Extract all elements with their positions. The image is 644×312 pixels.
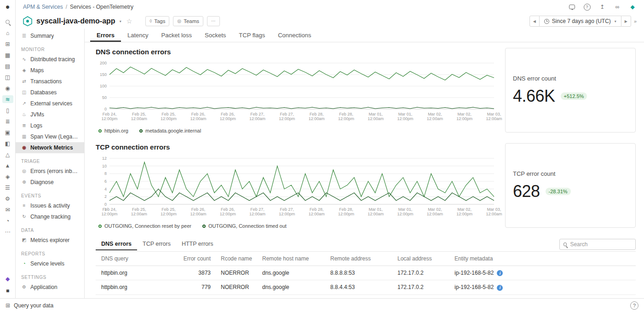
sidebar-item-summary[interactable]: ☰Summary: [16, 30, 84, 41]
copy-link-icon[interactable]: ∞: [613, 3, 621, 11]
sidebar: ☰SummaryMONITOR∿Distributed tracing◈Maps…: [16, 29, 85, 298]
home-icon[interactable]: ⌂: [2, 29, 13, 37]
x-tick-label: Mar 01,: [398, 207, 413, 212]
monitors-icon[interactable]: ◫: [2, 73, 13, 81]
integrations-icon[interactable]: ⚙: [2, 195, 13, 202]
rum-icon[interactable]: ▲: [2, 162, 13, 169]
upgrade-icon[interactable]: ◆: [2, 275, 13, 283]
sidebar-item-distributed-tracing[interactable]: ∿Distributed tracing: [16, 54, 84, 65]
table-row[interactable]: httpbin.org3873NOERRORdns.google8.8.8.8:…: [96, 266, 636, 280]
logs-icon[interactable]: ≣: [2, 117, 13, 125]
comments-icon[interactable]: [568, 3, 576, 11]
column-header-remote-host-name[interactable]: Remote host name: [257, 252, 325, 266]
app-logo[interactable]: ●: [2, 3, 13, 11]
search-box[interactable]: [559, 239, 636, 250]
help-button[interactable]: ?: [630, 301, 638, 310]
column-header-remote-address[interactable]: Remote address: [325, 252, 392, 266]
search-icon[interactable]: [2, 18, 13, 26]
sidebar-item-network-metrics[interactable]: ◉Network Metrics: [16, 142, 84, 153]
sidebar-item-span-view-legacy[interactable]: ▥Span View (Legacy): [16, 131, 84, 142]
sidebar-item-diagnose[interactable]: ⊕Diagnose: [16, 177, 84, 188]
favorite-star-icon[interactable]: ☆: [126, 17, 132, 25]
watchdog-icon[interactable]: ◉: [2, 84, 13, 92]
sidebar-item-databases[interactable]: ◫Databases: [16, 87, 84, 98]
legend-marker: [98, 225, 102, 228]
time-range-selector[interactable]: Since 7 days ago (UTC) ▾: [540, 16, 621, 27]
tags-button[interactable]: ◊Tags: [145, 16, 169, 26]
x-tick-label: 12:00pm: [161, 116, 177, 121]
sidebar-item-errors-errors-inbox[interactable]: ◎Errors (errors inbox): [16, 166, 84, 177]
service-hexagon-icon: [23, 16, 32, 26]
sidebar-item-metrics-explorer[interactable]: ◩Metrics explorer: [16, 235, 84, 246]
column-header-rcode-name[interactable]: Rcode name: [215, 252, 257, 266]
notebooks-icon[interactable]: ▯: [2, 106, 13, 114]
sidebar-item-jvms[interactable]: ♨JVMs: [16, 109, 84, 120]
security-icon[interactable]: ▣: [2, 128, 13, 136]
column-header-error-count[interactable]: Error count: [165, 252, 215, 266]
sidebar-item-change-tracking[interactable]: ↻Change tracking: [16, 211, 84, 222]
column-header-entity-metadata[interactable]: Entity metadata: [449, 252, 636, 266]
query-your-data-button[interactable]: ⊞ Query your data: [6, 302, 53, 309]
y-tick-label: 200: [100, 61, 107, 65]
x-tick-label: 12:00pm: [397, 212, 414, 216]
ux-monitoring-icon[interactable]: ◧: [2, 139, 13, 147]
subtab-dns-errors[interactable]: DNS errors: [96, 238, 137, 250]
dns-errors-chart[interactable]: 050100150200Feb 24,12:00pmFeb 25,12:00am…: [96, 60, 496, 126]
dns-chart-column: DNS connection errors 050100150200Feb 24…: [96, 48, 496, 135]
tab-latency[interactable]: Latency: [121, 29, 155, 42]
time-range-next-button[interactable]: ▶: [621, 16, 631, 27]
more-actions-button[interactable]: ⋯: [207, 16, 220, 26]
sidebar-item-external-services[interactable]: ↗External services: [16, 98, 84, 109]
table-row[interactable]: httpbin.org779NOERRORdns.google8.8.4.4:5…: [96, 280, 636, 295]
sidebar-item-logs[interactable]: ≣Logs: [16, 120, 84, 131]
legend-label: OUTGOING, Connection reset by peer: [104, 223, 191, 229]
help-icon[interactable]: ?: [583, 3, 591, 11]
x-tick-label: 12:00pm: [279, 212, 295, 216]
sidebar-item-service-levels[interactable]: ◔Service levels: [16, 258, 84, 269]
tab-tcp-flags[interactable]: TCP flags: [232, 29, 271, 42]
subtab-tcp-errors[interactable]: TCP errors: [137, 238, 176, 250]
tab-connections[interactable]: Connections: [271, 29, 317, 42]
column-header-dns-query[interactable]: DNS query: [96, 252, 165, 266]
messages-icon[interactable]: ✉: [2, 206, 13, 214]
share-icon[interactable]: ↥: [598, 3, 606, 11]
teams-button[interactable]: ◎Teams: [173, 16, 203, 26]
sidebar-item-issues-activity[interactable]: ≡Issues & activity: [16, 200, 84, 211]
sidebar-item-transactions[interactable]: ⇄Transactions: [16, 76, 84, 87]
tab-packet-loss[interactable]: Packet loss: [155, 29, 198, 42]
sidebar-item-application[interactable]: ⚙Application: [16, 282, 84, 293]
service-caret-icon[interactable]: ▾: [120, 19, 121, 23]
time-range-prev-button[interactable]: ◀: [529, 16, 540, 27]
cell-rcode-name: NOERROR: [215, 266, 257, 280]
breadcrumb-services-opentelemetry[interactable]: Services - OpenTelemetry: [70, 4, 133, 10]
x-tick-label: Feb 26,: [191, 207, 206, 212]
tab-errors[interactable]: Errors: [90, 29, 121, 42]
more-apps-icon[interactable]: ⋯: [2, 228, 13, 236]
sidebar-item-label: Errors (errors inbox): [30, 168, 79, 174]
x-tick-label: Mar 01,: [398, 112, 413, 116]
info-icon[interactable]: i: [497, 270, 503, 276]
new-item-icon[interactable]: ⊞: [2, 40, 13, 48]
dashboards-icon[interactable]: ▦: [2, 51, 13, 59]
info-icon[interactable]: i: [497, 285, 503, 291]
time-range-label: Since 7 days ago (UTC): [552, 18, 611, 24]
breadcrumb-apm-services[interactable]: APM & Services: [23, 4, 63, 10]
tab-sockets[interactable]: Sockets: [198, 29, 232, 42]
tabs-row: ErrorsLatencyPacket lossSocketsTCP flags…: [85, 29, 644, 42]
time-range-expand-button[interactable]: »: [634, 18, 637, 24]
assistant-icon[interactable]: ◆: [628, 3, 637, 11]
x-tick-label: 12:00pm: [338, 116, 354, 121]
page-title[interactable]: syscall-java-demo-app: [36, 17, 115, 25]
user-avatar[interactable]: ■: [2, 287, 13, 295]
metrics-icon[interactable]: ▤: [2, 62, 13, 70]
apm-icon[interactable]: ≋: [2, 95, 13, 103]
tcp-errors-chart[interactable]: 0246810121Feb 24,12:00pmFeb 25,12:00amFe…: [96, 156, 496, 221]
sidebar-item-maps[interactable]: ◈Maps: [16, 65, 84, 76]
subtab-http-errors[interactable]: HTTP errors: [176, 238, 219, 250]
column-header-local-address[interactable]: Local address: [392, 252, 449, 266]
synthetics-icon[interactable]: △: [2, 150, 13, 158]
service-mgmt-icon[interactable]: ◔: [2, 217, 13, 225]
events-icon[interactable]: ☰: [2, 184, 13, 191]
ci-icon[interactable]: ◈: [2, 173, 13, 180]
search-input[interactable]: [570, 241, 632, 248]
